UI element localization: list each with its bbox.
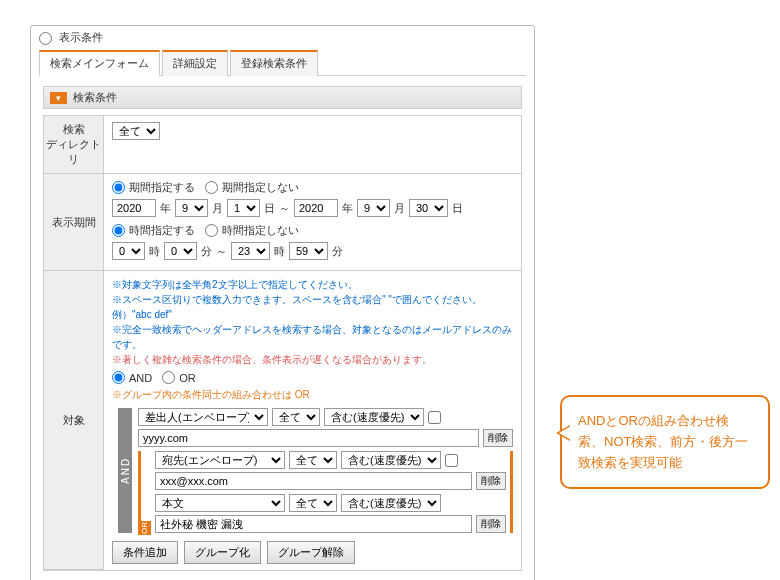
add-condition-button[interactable]: 条件追加 bbox=[112, 541, 178, 564]
to-day[interactable]: 30 bbox=[409, 199, 448, 217]
c2-scope[interactable]: 全て bbox=[289, 451, 337, 469]
hour-unit2: 時 bbox=[274, 244, 285, 259]
c3-scope[interactable]: 全て bbox=[289, 494, 337, 512]
day-unit2: 日 bbox=[452, 201, 463, 216]
period-spec-yes[interactable] bbox=[112, 181, 125, 194]
hour-unit: 時 bbox=[149, 244, 160, 259]
c2-delete[interactable]: 削除 bbox=[476, 472, 506, 490]
c3-value[interactable] bbox=[155, 515, 472, 533]
tab-bar: 検索メインフォーム 詳細設定 登録検索条件 bbox=[39, 49, 526, 76]
group-note: ※グループ内の条件同士の組み合わせは OR bbox=[112, 388, 513, 402]
tilde: ～ bbox=[279, 201, 290, 216]
time-spec-no-label: 時間指定しない bbox=[222, 223, 299, 238]
period-spec-yes-label: 期間指定する bbox=[129, 180, 195, 195]
and-bar: AND bbox=[118, 408, 132, 533]
group-button[interactable]: グループ化 bbox=[184, 541, 261, 564]
min-unit2: 分 bbox=[332, 244, 343, 259]
feature-callout: ANDとORの組み合わせ検索、NOT検索、前方・後方一致検索を実現可能 bbox=[560, 395, 770, 489]
tilde2: ～ bbox=[216, 244, 227, 259]
panel-title-row: 表示条件 bbox=[31, 26, 534, 49]
year-unit2: 年 bbox=[342, 201, 353, 216]
from-day[interactable]: 1 bbox=[227, 199, 260, 217]
panel-title: 表示条件 bbox=[59, 31, 103, 43]
panel-radio[interactable] bbox=[39, 32, 52, 45]
from-min[interactable]: 0 bbox=[164, 242, 197, 260]
target-label: 対象 bbox=[44, 271, 104, 570]
logic-and-label: AND bbox=[129, 372, 152, 384]
c3-delete[interactable]: 削除 bbox=[476, 515, 506, 533]
logic-or[interactable] bbox=[162, 371, 175, 384]
from-hour[interactable]: 0 bbox=[112, 242, 145, 260]
to-hour[interactable]: 23 bbox=[231, 242, 270, 260]
day-unit: 日 bbox=[264, 201, 275, 216]
min-unit: 分 bbox=[201, 244, 212, 259]
from-month[interactable]: 9 bbox=[175, 199, 208, 217]
c1-value[interactable] bbox=[138, 429, 479, 447]
c2-value[interactable] bbox=[155, 472, 472, 490]
ungroup-button[interactable]: グループ解除 bbox=[267, 541, 355, 564]
to-year[interactable] bbox=[294, 199, 338, 217]
c1-match[interactable]: 含む(速度優先) bbox=[324, 408, 424, 426]
period-spec-no-label: 期間指定しない bbox=[222, 180, 299, 195]
period-label: 表示期間 bbox=[44, 174, 104, 271]
period-spec-no[interactable] bbox=[205, 181, 218, 194]
to-min[interactable]: 59 bbox=[289, 242, 328, 260]
section-title: 検索条件 bbox=[73, 90, 117, 105]
dir-label: 検索 ディレクト リ bbox=[44, 116, 104, 174]
logic-or-label: OR bbox=[179, 372, 196, 384]
tab-advanced[interactable]: 詳細設定 bbox=[162, 50, 228, 76]
month-unit2: 月 bbox=[394, 201, 405, 216]
c3-field[interactable]: 本文 bbox=[155, 494, 285, 512]
display-conditions-panel: 表示条件 検索メインフォーム 詳細設定 登録検索条件 ▾ 検索条件 検索 ディレ… bbox=[30, 25, 535, 580]
c1-scope[interactable]: 全て bbox=[272, 408, 320, 426]
to-month[interactable]: 9 bbox=[357, 199, 390, 217]
c1-field[interactable]: 差出人(エンベロープ) bbox=[138, 408, 268, 426]
c3-match[interactable]: 含む(速度優先) bbox=[341, 494, 441, 512]
from-year[interactable] bbox=[112, 199, 156, 217]
time-spec-no[interactable] bbox=[205, 224, 218, 237]
tab-main-form[interactable]: 検索メインフォーム bbox=[39, 50, 160, 76]
time-spec-yes[interactable] bbox=[112, 224, 125, 237]
tab-saved[interactable]: 登録検索条件 bbox=[230, 50, 318, 76]
c1-check[interactable] bbox=[428, 411, 441, 424]
c2-field[interactable]: 宛先(エンベロープ) bbox=[155, 451, 285, 469]
dir-select[interactable]: 全て bbox=[112, 122, 160, 140]
collapse-icon[interactable]: ▾ bbox=[50, 92, 67, 104]
month-unit: 月 bbox=[212, 201, 223, 216]
c2-match[interactable]: 含む(速度優先) bbox=[341, 451, 441, 469]
c1-delete[interactable]: 削除 bbox=[483, 429, 513, 447]
time-spec-yes-label: 時間指定する bbox=[129, 223, 195, 238]
target-notes: ※対象文字列は全半角2文字以上で指定してください。 ※スペース区切りで複数入力で… bbox=[112, 277, 513, 367]
c2-check[interactable] bbox=[445, 454, 458, 467]
search-conditions-header: ▾ 検索条件 bbox=[43, 86, 522, 109]
or-badge: OR bbox=[138, 521, 151, 535]
logic-and[interactable] bbox=[112, 371, 125, 384]
year-unit: 年 bbox=[160, 201, 171, 216]
